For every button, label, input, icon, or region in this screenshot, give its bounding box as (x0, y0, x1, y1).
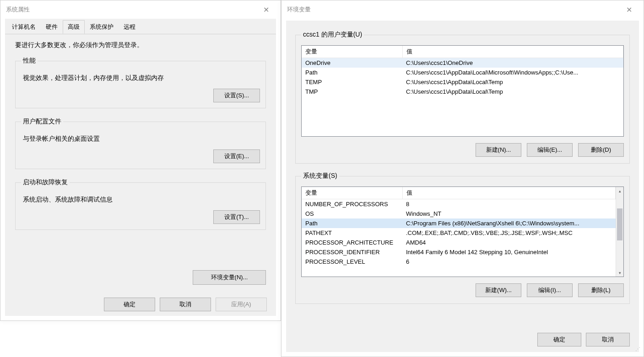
environment-variables-button[interactable]: 环境变量(N)... (193, 270, 266, 285)
user-profiles-settings-button[interactable]: 设置(E)... (213, 149, 260, 163)
cancel-button[interactable]: 取消 (160, 298, 211, 311)
var-value-cell[interactable]: Intel64 Family 6 Model 142 Stepping 10, … (402, 247, 616, 257)
startup-recovery-legend: 启动和故障恢复 (21, 178, 70, 186)
user-delete-button[interactable]: 删除(D) (578, 143, 624, 157)
close-icon[interactable]: ✕ (257, 0, 275, 19)
var-value-cell[interactable]: C:\Users\ccsc1\AppData\Local\Temp (402, 77, 623, 87)
startup-recovery-desc: 系统启动、系统故障和调试信息 (23, 196, 260, 204)
close-icon[interactable]: ✕ (620, 0, 638, 19)
user-profiles-desc: 与登录帐户相关的桌面设置 (23, 135, 260, 143)
scroll-down-icon[interactable]: ▾ (616, 269, 623, 277)
var-name-cell[interactable]: Path (302, 68, 402, 77)
performance-desc: 视觉效果，处理器计划，内存使用，以及虚拟内存 (23, 74, 260, 82)
tab-advanced[interactable]: 高级 (63, 20, 85, 34)
tab-strip: 计算机名 硬件 高级 系统保护 远程 (5, 20, 276, 34)
col-value[interactable]: 值 (402, 46, 623, 58)
col-variable[interactable]: 变量 (302, 187, 402, 199)
table-row[interactable]: NUMBER_OF_PROCESSORS8 (302, 199, 616, 209)
dialog-title: 系统属性 (6, 5, 257, 14)
system-properties-dialog: 系统属性 ✕ 计算机名 硬件 高级 系统保护 远程 要进行大多数更改，你必须作为… (0, 0, 281, 321)
startup-recovery-group: 启动和故障恢复 系统启动、系统故障和调试信息 设置(T)... (15, 178, 266, 230)
scroll-track[interactable] (616, 195, 623, 269)
system-variables-group: 系统变量(S) 变量 值 NUMBER_OF_PROCESSORS8OSWind… (295, 172, 630, 304)
startup-recovery-settings-button[interactable]: 设置(T)... (213, 210, 260, 224)
tab-remote[interactable]: 远程 (119, 20, 141, 34)
var-name-cell[interactable]: TMP (302, 87, 402, 96)
user-vars-button-row: 新建(N)... 编辑(E)... 删除(D) (301, 143, 624, 157)
table-header-row[interactable]: 变量 值 (302, 187, 616, 199)
var-name-cell[interactable]: TEMP (302, 77, 402, 87)
table-row[interactable]: PROCESSOR_LEVEL6 (302, 257, 616, 266)
user-variables-table[interactable]: 变量 值 OneDriveC:\Users\ccsc1\OneDrivePath… (302, 46, 623, 96)
table-row[interactable]: OneDriveC:\Users\ccsc1\OneDrive (302, 58, 623, 68)
vertical-scrollbar[interactable]: ▴ ▾ (616, 187, 623, 277)
var-name-cell[interactable]: NUMBER_OF_PROCESSORS (302, 199, 402, 209)
user-variables-legend: ccsc1 的用户变量(U) (301, 31, 364, 39)
tab-system-protection[interactable]: 系统保护 (85, 20, 119, 34)
var-name-cell[interactable]: OneDrive (302, 58, 402, 68)
tab-hardware[interactable]: 硬件 (41, 20, 63, 34)
scroll-thumb[interactable] (617, 208, 622, 240)
system-properties-buttons: 确定 取消 应用(A) (5, 293, 276, 316)
var-value-cell[interactable]: 6 (402, 257, 616, 266)
user-variables-group: ccsc1 的用户变量(U) 变量 值 OneDriveC:\Users\ccs… (295, 31, 630, 164)
performance-group: 性能 视觉效果，处理器计划，内存使用，以及虚拟内存 设置(S)... (15, 57, 266, 108)
var-value-cell[interactable]: Windows_NT (402, 209, 616, 218)
table-row[interactable]: TEMPC:\Users\ccsc1\AppData\Local\Temp (302, 77, 623, 87)
advanced-tab-content: 要进行大多数更改，你必须作为管理员登录。 性能 视觉效果，处理器计划，内存使用，… (5, 34, 276, 288)
var-name-cell[interactable]: Path (302, 218, 402, 228)
system-variables-table-wrap: 变量 值 NUMBER_OF_PROCESSORS8OSWindows_NTPa… (301, 186, 624, 277)
system-properties-body: 计算机名 硬件 高级 系统保护 远程 要进行大多数更改，你必须作为管理员登录。 … (5, 19, 276, 293)
var-value-cell[interactable]: .COM;.EXE;.BAT;.CMD;.VBS;.VBE;.JS;.JSE;.… (402, 228, 616, 238)
user-new-button[interactable]: 新建(N)... (476, 143, 521, 157)
cancel-button[interactable]: 取消 (586, 333, 630, 346)
var-name-cell[interactable]: OS (302, 209, 402, 218)
performance-legend: 性能 (21, 57, 38, 65)
col-value[interactable]: 值 (402, 187, 616, 199)
var-value-cell[interactable]: C:\Users\ccsc1\AppData\Local\Temp (402, 87, 623, 96)
user-variables-table-wrap: 变量 值 OneDriveC:\Users\ccsc1\OneDrivePath… (301, 45, 624, 137)
var-value-cell[interactable]: C:\Program Files (x86)\NetSarang\Xshell … (402, 218, 616, 228)
sys-edit-button[interactable]: 编辑(I)... (527, 283, 573, 297)
user-edit-button[interactable]: 编辑(E)... (527, 143, 573, 157)
ok-button[interactable]: 确定 (104, 298, 155, 311)
table-row[interactable]: TMPC:\Users\ccsc1\AppData\Local\Temp (302, 87, 623, 96)
var-value-cell[interactable]: C:\Users\ccsc1\AppData\Local\Microsoft\W… (402, 68, 623, 77)
var-name-cell[interactable]: PROCESSOR_IDENTIFIER (302, 247, 402, 257)
admin-note: 要进行大多数更改，你必须作为管理员登录。 (15, 41, 266, 49)
titlebar[interactable]: 环境变量 ✕ (281, 0, 644, 19)
environment-variables-dialog: 环境变量 ✕ ccsc1 的用户变量(U) 变量 值 OneDriveC:\Us… (281, 0, 644, 357)
sys-vars-button-row: 新建(W)... 编辑(I)... 删除(L) (301, 283, 624, 297)
user-profiles-legend: 用户配置文件 (21, 117, 63, 126)
table-row[interactable]: PROCESSOR_ARCHITECTUREAMD64 (302, 238, 616, 247)
env-body: ccsc1 的用户变量(U) 变量 值 OneDriveC:\Users\ccs… (286, 21, 639, 352)
col-variable[interactable]: 变量 (302, 46, 402, 58)
var-name-cell[interactable]: PROCESSOR_ARCHITECTURE (302, 238, 402, 247)
var-name-cell[interactable]: PATHEXT (302, 228, 402, 238)
table-row[interactable]: PATHEXT.COM;.EXE;.BAT;.CMD;.VBS;.VBE;.JS… (302, 228, 616, 238)
system-variables-table[interactable]: 变量 值 NUMBER_OF_PROCESSORS8OSWindows_NTPa… (302, 187, 616, 266)
table-row[interactable]: OSWindows_NT (302, 209, 616, 218)
ok-button[interactable]: 确定 (537, 333, 581, 346)
performance-settings-button[interactable]: 设置(S)... (213, 89, 260, 102)
tab-computer-name[interactable]: 计算机名 (7, 20, 41, 34)
table-row[interactable]: PathC:\Users\ccsc1\AppData\Local\Microso… (302, 68, 623, 77)
dialog-title: 环境变量 (287, 5, 620, 14)
var-value-cell[interactable]: 8 (402, 199, 616, 209)
user-profiles-group: 用户配置文件 与登录帐户相关的桌面设置 设置(E)... (15, 117, 266, 169)
system-variables-legend: 系统变量(S) (301, 172, 339, 180)
apply-button: 应用(A) (216, 298, 267, 311)
var-value-cell[interactable]: AMD64 (402, 238, 616, 247)
table-header-row[interactable]: 变量 值 (302, 46, 623, 58)
var-value-cell[interactable]: C:\Users\ccsc1\OneDrive (402, 58, 623, 68)
sys-new-button[interactable]: 新建(W)... (476, 283, 521, 297)
table-row[interactable]: PROCESSOR_IDENTIFIERIntel64 Family 6 Mod… (302, 247, 616, 257)
scroll-up-icon[interactable]: ▴ (616, 187, 623, 195)
table-row[interactable]: PathC:\Program Files (x86)\NetSarang\Xsh… (302, 218, 616, 228)
titlebar[interactable]: 系统属性 ✕ (0, 0, 281, 19)
var-name-cell[interactable]: PROCESSOR_LEVEL (302, 257, 402, 266)
env-dialog-buttons: 确定 取消 (295, 320, 630, 346)
sys-delete-button[interactable]: 删除(L) (578, 283, 624, 297)
